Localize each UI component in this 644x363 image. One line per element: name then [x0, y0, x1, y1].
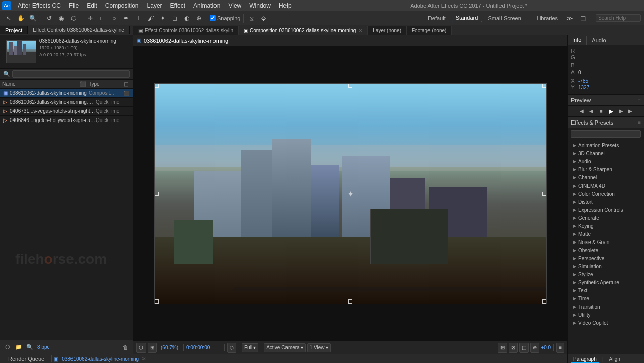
effect-distort[interactable]: ▶ Distort [568, 198, 644, 206]
prev-last[interactable]: ▶| [627, 107, 636, 116]
vc-grid2-btn[interactable]: ⊠ [509, 343, 518, 353]
snapping-toggle[interactable]: Snapping [210, 15, 241, 21]
menu-composition[interactable]: Composition [102, 1, 142, 10]
effect-text[interactable]: ▶ Text [568, 286, 644, 294]
vc-snap-btn[interactable]: ⊞ [498, 343, 507, 353]
effect-blur-sharpen[interactable]: ▶ Blur & Sharpen [568, 165, 644, 173]
effect-utility[interactable]: ▶ Utility [568, 311, 644, 319]
effect-noise-grain[interactable]: ▶ Noise & Grain [568, 238, 644, 246]
video-area[interactable]: ✦ [133, 46, 567, 341]
effect-animation-presets[interactable]: ▶ Animation Presets [568, 141, 644, 149]
comp-tab-0-close[interactable]: ✕ [358, 28, 362, 33]
file-row-1[interactable]: ▷ 038610062-dallas-skyline-morning.mov Q… [0, 98, 133, 107]
effect-3d-channel[interactable]: ▶ 3D Channel [568, 149, 644, 157]
tool-mask1[interactable]: □ [97, 13, 108, 24]
vc-grid-btn[interactable]: ⊞ [148, 343, 157, 353]
prev-play[interactable]: ▶ [607, 107, 616, 116]
effect-time[interactable]: ▶ Time [568, 294, 644, 302]
expand-toolbar[interactable]: ≫ [564, 13, 575, 24]
effect-color-correction[interactable]: ▶ Color Correction [568, 190, 644, 198]
tl-tab-render[interactable]: Render Queue [3, 355, 49, 363]
effect-video-copilot[interactable]: ▶ Video Copilot [568, 319, 644, 327]
tool-rotobrush[interactable]: ◐ [181, 13, 192, 24]
effect-simulation[interactable]: ▶ Simulation [568, 262, 644, 270]
vc-view-dropdown[interactable]: 1 View ▾ [307, 343, 331, 352]
file-row-0[interactable]: ▣ 038610062-dallas-skyline-morning Compo… [0, 89, 133, 98]
menu-edit[interactable]: Edit [83, 1, 101, 10]
tool-select[interactable]: ↖ [3, 13, 14, 24]
tool-mask2[interactable]: ○ [109, 13, 120, 24]
vc-quality-dropdown[interactable]: Full ▾ [242, 343, 258, 352]
effect-generate[interactable]: ▶ Generate [568, 214, 644, 222]
menu-animation[interactable]: Animation [190, 1, 224, 10]
effect-obsolete[interactable]: ▶ Obsolete [568, 246, 644, 254]
prev-fwd[interactable]: ▶ [617, 107, 626, 116]
comp-tab-0[interactable]: ▣ Composition 038610062-dallas-skyline-m… [239, 26, 368, 35]
file-row-2[interactable]: ▷ 0406731...s-vegas-hotels-strip-night.m… [0, 107, 133, 116]
view-default[interactable]: Default [424, 14, 450, 22]
effect-matte[interactable]: ▶ Matte [568, 230, 644, 238]
effect-expression-controls[interactable]: ▶ Expression Controls [568, 206, 644, 214]
tab-effect-controls[interactable]: Effect Controls 038610062-dallas-skyline [28, 26, 130, 34]
tool-extra2[interactable]: ⬙ [258, 13, 269, 24]
tab-project[interactable]: Project [0, 26, 28, 34]
tool-zoom[interactable]: 🔍 [27, 13, 38, 24]
prev-back[interactable]: ◀ [587, 107, 596, 116]
vc-safe-btn[interactable]: ◫ [519, 343, 529, 353]
para-tab[interactable]: Paragraph [571, 356, 599, 363]
vc-3d-btn[interactable]: ⊕ [530, 343, 539, 353]
find-btn[interactable]: 🔍 [25, 343, 34, 352]
menu-window[interactable]: Window [246, 1, 274, 10]
effect-stylize[interactable]: ▶ Stylize [568, 270, 644, 278]
tool-anchor[interactable]: ✛ [85, 13, 96, 24]
project-search-input[interactable] [12, 70, 130, 78]
view-small-screen[interactable]: Small Screen [484, 14, 525, 22]
tool-puppet[interactable]: ⊕ [193, 13, 204, 24]
libraries-btn[interactable]: Libraries [533, 14, 562, 22]
tool-rotate[interactable]: ↺ [44, 13, 55, 24]
tool-stamp[interactable]: ✦ [157, 13, 168, 24]
right-tab-info[interactable]: Info [568, 36, 585, 44]
effect-synthetic-aperture[interactable]: ▶ Synthetic Aperture [568, 278, 644, 286]
effect-perspective[interactable]: ▶ Perspective [568, 254, 644, 262]
tool-brush[interactable]: 🖌 [145, 13, 156, 24]
menu-view[interactable]: View [225, 1, 245, 10]
menu-help[interactable]: Help [275, 1, 295, 10]
new-item-btn[interactable]: ⬡ [3, 343, 12, 352]
prev-stop[interactable]: ■ [597, 107, 606, 116]
comp-tab-footage[interactable]: Footage (none) [407, 26, 452, 35]
bpc-display[interactable]: 8 bpc [37, 344, 49, 350]
tool-pen[interactable]: ✒ [121, 13, 132, 24]
tool-hand[interactable]: ✋ [15, 13, 26, 24]
comp-tab-fx[interactable]: ▣ Effect Controls 038610062-dallas-skyli… [133, 26, 239, 35]
tool-text[interactable]: T [133, 13, 144, 24]
menu-effect[interactable]: Effect [167, 1, 189, 10]
new-folder-btn[interactable]: 📁 [14, 343, 23, 352]
tool-extra1[interactable]: ⧖ [246, 13, 257, 24]
menu-layer[interactable]: Layer [144, 1, 166, 10]
file-row-3[interactable]: ▷ 0406846...ngeles-hollywood-sign-cal.mo… [0, 116, 133, 125]
vc-camera-dropdown[interactable]: Active Camera ▾ [264, 343, 306, 352]
help-search-input[interactable] [596, 14, 641, 22]
tl-comp-close[interactable]: ✕ [142, 356, 146, 361]
menu-aftereffects[interactable]: After Effects CC [14, 1, 64, 10]
effects-search-input[interactable] [571, 130, 641, 138]
prev-first[interactable]: |◀ [577, 107, 586, 116]
effect-keying[interactable]: ▶ Keying [568, 222, 644, 230]
view-standard[interactable]: Standard [452, 14, 482, 22]
effect-audio[interactable]: ▶ Audio [568, 157, 644, 165]
effect-channel[interactable]: ▶ Channel [568, 173, 644, 182]
effect-transition[interactable]: ▶ Transition [568, 302, 644, 311]
menu-file[interactable]: File [65, 1, 82, 10]
right-tab-audio[interactable]: Audio [588, 36, 610, 44]
info-plus-btn[interactable]: + [579, 62, 583, 69]
vc-preview-btn[interactable]: ⬡ [136, 343, 146, 353]
tool-eraser[interactable]: ◻ [169, 13, 180, 24]
tl-comp-name[interactable]: 038610062-dallas-skyline-morning [60, 356, 141, 362]
tool-camera2[interactable]: ⬡ [68, 13, 79, 24]
align-tab[interactable]: Align [607, 356, 622, 362]
effect-cinema4d[interactable]: ▶ CINEMA 4D [568, 182, 644, 190]
comp-tab-layer[interactable]: Layer (none) [368, 26, 407, 35]
delete-btn[interactable]: 🗑 [121, 343, 130, 352]
tool-camera1[interactable]: ◉ [56, 13, 67, 24]
